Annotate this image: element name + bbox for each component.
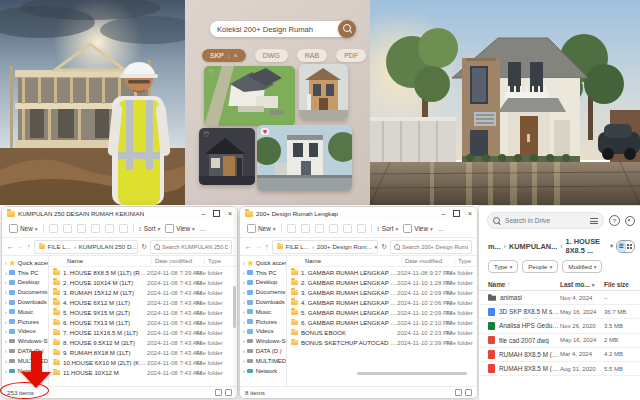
layout-toggle[interactable]: ☰	[616, 240, 635, 253]
design-thumbnail-aerial[interactable]: ♡	[204, 66, 295, 126]
breadcrumb-current-folder[interactable]: 1. HOUSE 8X8.5 ...	[566, 237, 607, 255]
sidebar-item[interactable]: › Quick access	[2, 258, 48, 268]
search-options-icon[interactable]	[590, 217, 598, 224]
cut-icon[interactable]	[49, 224, 58, 233]
back-icon[interactable]: ←	[7, 243, 14, 250]
help-icon[interactable]: ?	[609, 215, 620, 226]
details-view-icon[interactable]	[215, 389, 222, 396]
refresh-icon[interactable]: ↻	[381, 243, 387, 251]
heart-outline-icon[interactable]: ♡	[208, 69, 214, 77]
table-row[interactable]: 3. GAMBAR RUMAH LENGKAP (PDF, SKP, JPG) …	[287, 287, 477, 297]
table-row[interactable]: 6. HOUSE 7X13 M (1LT) 2024-11-08 7:43 AM…	[49, 317, 237, 327]
large-icons-view-icon[interactable]	[225, 389, 232, 396]
view-button[interactable]: View ▾	[403, 224, 433, 233]
drive-search[interactable]	[487, 212, 604, 229]
grid-view-icon[interactable]	[626, 241, 634, 252]
table-row[interactable]: 8. HOUSE 9.5X12 M (2LT) 2024-11-08 7:43 …	[49, 338, 237, 348]
delete-icon[interactable]	[119, 224, 128, 233]
explorer-search[interactable]	[150, 240, 232, 254]
column-file-size[interactable]: File size	[604, 281, 632, 288]
sidebar-item[interactable]: › Network	[240, 366, 286, 376]
column-name[interactable]: Name	[488, 281, 505, 288]
more-options-icon[interactable]: …	[438, 225, 444, 232]
sidebar-item[interactable]: › DATA (D:)	[240, 346, 286, 356]
sidebar-item[interactable]: › Downloads	[240, 297, 286, 307]
gear-icon[interactable]	[625, 216, 635, 226]
filter-people[interactable]: People ▾	[522, 260, 558, 273]
close-icon[interactable]: ×	[234, 52, 238, 59]
chip-pdf[interactable]: PDF	[336, 49, 366, 62]
minimize-icon[interactable]: –	[442, 210, 446, 217]
breadcrumb-my-drive[interactable]: m...	[488, 242, 501, 251]
sidebar-item[interactable]: › Documents	[2, 287, 48, 297]
table-row[interactable]: RUMAH 8X8.5 M (1 LANTAI).jpg Mar 4, 2024…	[479, 348, 640, 362]
up-icon[interactable]: ↑	[27, 243, 31, 250]
sidebar-item[interactable]: › Windows-SSD (C:)	[2, 336, 48, 346]
sidebar-item[interactable]: › Videos	[2, 327, 48, 337]
table-row[interactable]: BONUS SKETCHUP AUTOCAD VRAY ENSCAPE 2024…	[287, 338, 477, 348]
rename-icon[interactable]	[91, 224, 100, 233]
breadcrumb[interactable]: FILE L... › 200+ Design Rum... ▾	[272, 240, 379, 254]
horizontal-scrollbar[interactable]	[357, 372, 467, 375]
sidebar-item[interactable]: › Pictures	[2, 317, 48, 327]
vertical-scrollbar[interactable]	[233, 286, 236, 328]
filter-modified[interactable]: Modified ▾	[562, 260, 602, 273]
column-name[interactable]: Name	[302, 258, 401, 264]
table-row[interactable]: BONUS EBOOK 2024-11-10 2:23 PM File fold…	[287, 328, 477, 338]
share-icon[interactable]	[105, 224, 114, 233]
catalog-search-input[interactable]: Koleksi 200+ Design Rumah	[210, 21, 348, 37]
table-row[interactable]: 3D SKP 8X8.5 M sketchup v 8.skp May 16, …	[479, 305, 640, 319]
breadcrumb-current[interactable]: KUMPULAN 250 D...	[79, 243, 137, 250]
design-thumbnail-tan-house[interactable]	[299, 64, 348, 120]
back-icon[interactable]: ←	[245, 243, 252, 250]
table-row[interactable]: file cad 2007.dwg May 16, 2024 2 MB	[479, 334, 640, 348]
sidebar-item[interactable]: › Downloads	[2, 297, 48, 307]
details-view-icon[interactable]	[455, 389, 462, 396]
breadcrumb-current[interactable]: 200+ Design Rum...	[317, 243, 372, 250]
column-name[interactable]: Name	[64, 258, 151, 264]
list-view-icon[interactable]: ☰	[617, 241, 625, 252]
more-options-icon[interactable]: …	[200, 225, 206, 232]
sidebar-item[interactable]: › MULTIMEDIA (E:)	[240, 356, 286, 366]
sidebar-item[interactable]: › Videos	[240, 327, 286, 337]
sidebar-item[interactable]: › This PC	[2, 268, 48, 278]
explorer-titlebar[interactable]: KUMPULAN 250 DESAIN RUMAH KEKINIAN – ×	[2, 207, 237, 220]
new-button[interactable]: New ▾	[9, 224, 38, 233]
drive-search-input[interactable]	[503, 216, 587, 225]
table-row[interactable]: Analisa HPS Gedung 2020.xls Nov 26, 2020…	[479, 319, 640, 333]
table-row[interactable]: 1. GAMBAR RUMAH LENGKAP (PDF, CAD, SKP, …	[287, 267, 477, 277]
table-row[interactable]: 5. GAMBAR RUMAH LENGKAP (PDF) 2024-11-10…	[287, 307, 477, 317]
breadcrumb-kumpulan[interactable]: KUMPULAN...	[509, 242, 557, 251]
column-type[interactable]: Type	[454, 258, 478, 264]
table-row[interactable]: 2. GAMBAR RUMAH LENGKAP (PDF, CAD, SKP, …	[287, 277, 477, 287]
forward-icon[interactable]: →	[255, 243, 262, 250]
breadcrumb-root[interactable]: FILE L...	[48, 243, 71, 250]
table-row[interactable]: 7. HOUSE 11X16.5 M (1LT) 2024-11-08 7:43…	[49, 328, 237, 338]
explorer-search-input[interactable]	[402, 244, 468, 250]
chip-dwg[interactable]: DWG	[255, 49, 288, 62]
minimize-icon[interactable]: –	[202, 210, 206, 217]
cut-icon[interactable]	[287, 224, 296, 233]
paste-icon[interactable]	[315, 224, 324, 233]
sidebar-item[interactable]: › Pictures	[240, 317, 286, 327]
maximize-icon[interactable]	[213, 210, 220, 217]
breadcrumb[interactable]: FILE L... › KUMPULAN 250 D... ▾	[34, 240, 139, 254]
maximize-icon[interactable]	[453, 210, 460, 217]
column-last-modified[interactable]: Last mo...	[560, 281, 590, 288]
column-date-modified[interactable]: Date modified	[401, 258, 454, 264]
table-row[interactable]: RUMAH 8X8.5 M (1 LANTAI).pdf Aug 31, 202…	[479, 362, 640, 376]
table-row[interactable]: 4. GAMBAR RUMAH LENGKAP (PDF, CAD) 2024-…	[287, 297, 477, 307]
chip-skp[interactable]: SKP | ×	[202, 49, 246, 62]
new-button[interactable]: New ▾	[247, 224, 276, 233]
table-row[interactable]: 2. HOUSE 10X14 M (1LT) 2024-11-08 7:43 A…	[49, 277, 237, 287]
sidebar-item[interactable]: › Desktop	[2, 278, 48, 288]
table-row[interactable]: 3. RUMAH 15X12 M (1LT) 2024-11-08 7:43 A…	[49, 287, 237, 297]
table-row[interactable]: 5. HOUSE 9X15 M (2LT) 2024-11-08 7:43 AM…	[49, 307, 237, 317]
table-row[interactable]: 6. GAMBAR RUMAH LENGKAP (BONUS) 2024-11-…	[287, 317, 477, 327]
design-thumbnail-white-modern[interactable]: ♥	[257, 125, 352, 191]
table-row[interactable]: animasi Nov 4, 2024 –	[479, 291, 640, 305]
heart-filled-icon[interactable]: ♥	[261, 128, 269, 135]
table-row[interactable]: 9. RUMAH 8X18 M (1LT) 2024-11-08 7:43 AM…	[49, 348, 237, 358]
close-icon[interactable]: ×	[468, 210, 472, 217]
large-icons-view-icon[interactable]	[465, 389, 472, 396]
